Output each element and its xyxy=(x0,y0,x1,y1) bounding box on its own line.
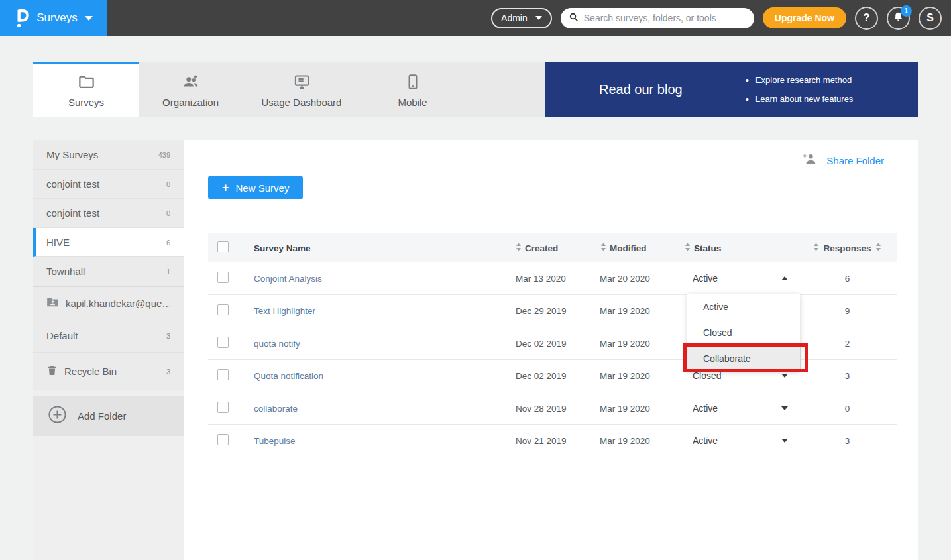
column-header-label: Modified xyxy=(610,243,647,253)
share-folder-label: Share Folder xyxy=(826,155,884,166)
sort-icon xyxy=(516,243,522,253)
survey-name-link[interactable]: Text Highlighter xyxy=(252,306,507,316)
column-header-status[interactable]: Status xyxy=(685,243,797,253)
sidebar-item-label: conjoint test xyxy=(46,178,161,190)
modified-date: Mar 19 2020 xyxy=(592,371,685,381)
tab-label: Usage Dashboard xyxy=(262,97,342,108)
new-survey-button[interactable]: + New Survey xyxy=(208,176,303,199)
row-checkbox-cell xyxy=(208,272,252,285)
sidebar-item-text: HIVE xyxy=(46,237,70,248)
row-checkbox[interactable] xyxy=(217,434,229,445)
question-mark-icon: ? xyxy=(864,12,870,24)
modified-date: Mar 19 2020 xyxy=(592,306,685,316)
column-header-created[interactable]: Created xyxy=(507,243,592,253)
folder-icon xyxy=(78,73,95,91)
sidebar-item-label: Default xyxy=(46,330,161,341)
notifications-button[interactable]: 1 xyxy=(887,7,910,30)
survey-name-link[interactable]: quota notify xyxy=(252,339,507,349)
created-date: Nov 28 2019 xyxy=(507,404,592,414)
row-checkbox[interactable] xyxy=(217,369,229,380)
status-label: Active xyxy=(693,403,718,414)
sidebar-item-kapil-khandekar-que[interactable]: kapil.khandekar@que… xyxy=(33,286,184,319)
status-label: Closed xyxy=(693,370,722,381)
table-row: Conjoint AnalysisMar 13 2020Mar 20 2020A… xyxy=(208,262,897,295)
top-bar: Surveys Admin Upgrade Now ? xyxy=(0,0,951,36)
search-input[interactable] xyxy=(584,13,746,23)
sidebar-item-text: Default xyxy=(46,330,78,341)
column-header-survey-name[interactable]: Survey Name xyxy=(252,243,507,253)
topbar-right-cluster: Admin Upgrade Now ? 1 S xyxy=(491,7,951,30)
tab-label: Organization xyxy=(162,97,219,108)
product-switcher[interactable]: Surveys xyxy=(0,0,107,36)
row-checkbox[interactable] xyxy=(217,272,229,283)
main-nav-tabs: SurveysOrganizationUsage DashboardMobile… xyxy=(33,62,918,117)
sidebar-item-recycle-bin[interactable]: Recycle Bin3 xyxy=(33,353,184,390)
status-caret-up-icon[interactable] xyxy=(781,276,788,280)
sidebar-item-label: My Surveys xyxy=(46,149,153,160)
status-cell[interactable]: Active xyxy=(685,435,797,446)
row-checkbox-cell xyxy=(208,434,252,447)
header-checkbox-cell xyxy=(208,241,252,254)
row-checkbox[interactable] xyxy=(217,304,229,315)
survey-name-link[interactable]: Conjoint Analysis xyxy=(252,274,507,284)
admin-dropdown[interactable]: Admin xyxy=(491,8,552,28)
row-checkbox[interactable] xyxy=(217,337,229,348)
tab-list: SurveysOrganizationUsage DashboardMobile xyxy=(33,62,464,117)
tab-organization[interactable]: Organization xyxy=(139,62,242,117)
product-label: Surveys xyxy=(36,11,77,25)
person-plus-icon xyxy=(802,152,818,169)
avatar[interactable]: S xyxy=(919,7,942,30)
upgrade-now-button[interactable]: Upgrade Now xyxy=(763,7,846,28)
sidebar-item-default[interactable]: Default3 xyxy=(33,319,184,353)
admin-label: Admin xyxy=(501,13,528,23)
created-date: Nov 21 2019 xyxy=(507,436,592,446)
sidebar-item-townhall[interactable]: Townhall1 xyxy=(33,257,184,286)
tab-usage-dashboard[interactable]: Usage Dashboard xyxy=(242,62,361,117)
column-header-modified[interactable]: Modified xyxy=(592,243,685,253)
sidebar-item-count: 0 xyxy=(166,209,170,217)
select-all-checkbox[interactable] xyxy=(217,241,229,252)
folders-sidebar: My Surveys439conjoint test0conjoint test… xyxy=(33,140,184,560)
survey-name-link[interactable]: collaborate xyxy=(252,404,507,414)
column-header-responses[interactable]: Responses xyxy=(797,243,897,253)
new-survey-label: New Survey xyxy=(236,182,290,194)
share-folder-button[interactable]: Share Folder xyxy=(802,152,884,169)
status-label: Active xyxy=(693,435,718,446)
row-checkbox[interactable] xyxy=(217,402,229,413)
status-caret-down-icon[interactable] xyxy=(781,374,788,378)
status-option-closed[interactable]: Closed xyxy=(687,319,800,345)
survey-name-link[interactable]: Tubepulse xyxy=(252,436,507,446)
sidebar-spacer xyxy=(33,390,184,396)
tab-mobile[interactable]: Mobile xyxy=(361,62,464,117)
sidebar-item-conjoint-test[interactable]: conjoint test0 xyxy=(33,170,184,199)
tab-surveys[interactable]: Surveys xyxy=(33,62,139,117)
status-caret-down-icon[interactable] xyxy=(781,439,788,443)
dashboard-icon xyxy=(293,73,311,91)
sidebar-item-text: Recycle Bin xyxy=(64,366,117,377)
status-caret-down-icon[interactable] xyxy=(781,406,788,410)
blog-banner[interactable]: Read our blog Explore research methodLea… xyxy=(545,62,918,117)
avatar-initial: S xyxy=(926,12,934,24)
row-checkbox-cell xyxy=(208,369,252,382)
status-cell[interactable]: Active xyxy=(685,403,797,414)
search-icon xyxy=(569,12,579,25)
banner-title[interactable]: Read our blog xyxy=(599,82,683,97)
status-cell[interactable]: Active xyxy=(685,273,797,284)
sidebar-item-text: conjoint test xyxy=(46,178,99,190)
responses-count: 3 xyxy=(797,371,897,381)
chevron-down-icon xyxy=(85,16,93,21)
created-date: Mar 13 2020 xyxy=(507,274,592,284)
add-folder-label: Add Folder xyxy=(78,410,126,421)
sidebar-item-hive[interactable]: HIVE6 xyxy=(33,228,184,257)
survey-name-link[interactable]: Quota notification xyxy=(252,371,507,381)
status-cell[interactable]: Closed xyxy=(685,370,797,381)
sidebar-item-conjoint-test[interactable]: conjoint test0 xyxy=(33,199,184,228)
folder-list: My Surveys439conjoint test0conjoint test… xyxy=(33,140,184,390)
status-option-active[interactable]: Active xyxy=(687,294,800,319)
status-option-collaborate[interactable]: Collaborate xyxy=(687,345,800,371)
add-folder-button[interactable]: Add Folder xyxy=(33,396,184,436)
responses-count: 6 xyxy=(797,274,897,284)
sidebar-item-my-surveys[interactable]: My Surveys439 xyxy=(33,140,184,170)
table-row: TubepulseNov 21 2019Mar 19 2020Active3 xyxy=(208,425,897,457)
help-button[interactable]: ? xyxy=(855,7,878,30)
